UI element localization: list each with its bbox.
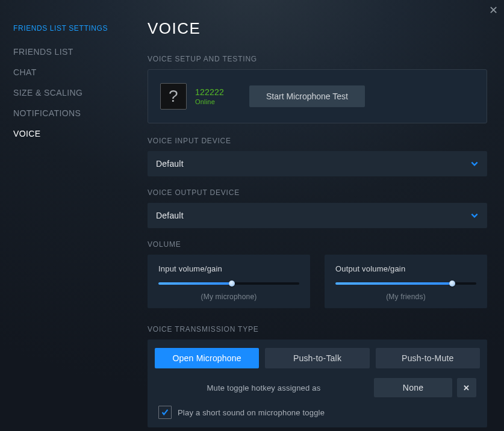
close-icon[interactable]: ✕ <box>489 4 498 17</box>
check-icon <box>161 408 169 417</box>
voice-output-device-value: Default <box>156 211 184 220</box>
voice-input-device-value: Default <box>156 159 184 169</box>
hotkey-label: Mute toggle hotkey assigned as <box>158 383 369 392</box>
output-volume-caption: (My friends) <box>335 293 476 301</box>
section-label-input-device: VOICE INPUT DEVICE <box>148 137 487 145</box>
input-volume-slider[interactable] <box>158 281 299 287</box>
start-mic-test-button[interactable]: Start Microphone Test <box>249 85 365 107</box>
output-volume-card: Output volume/gain (My friends) <box>325 255 487 308</box>
sidebar-item-chat[interactable]: CHAT <box>13 67 129 77</box>
input-volume-caption: (My microphone) <box>158 293 299 301</box>
user-meta: 122222 Online <box>195 87 241 105</box>
avatar: ? <box>160 83 187 110</box>
section-label-volume: VOLUME <box>148 240 487 249</box>
input-volume-card: Input volume/gain (My microphone) <box>148 255 310 308</box>
seg-open-microphone[interactable]: Open Microphone <box>155 348 259 368</box>
play-sound-checkbox[interactable] <box>158 406 172 419</box>
main-panel: VOICE VOICE SETUP AND TESTING ? 122222 O… <box>129 0 504 431</box>
chevron-down-icon <box>470 160 479 168</box>
sidebar-item-friends-list[interactable]: FRIENDS LIST <box>13 47 129 57</box>
section-label-setup: VOICE SETUP AND TESTING <box>148 55 487 63</box>
transmission-card: Open Microphone Push-to-Talk Push-to-Mut… <box>148 340 487 427</box>
hotkey-clear-button[interactable]: ✕ <box>457 378 476 397</box>
section-label-output-device: VOICE OUTPUT DEVICE <box>148 188 487 197</box>
section-label-transmission: VOICE TRANSMISSION TYPE <box>148 325 487 333</box>
chevron-down-icon <box>470 211 479 220</box>
hotkey-value-button[interactable]: None <box>374 378 452 397</box>
page-title: VOICE <box>148 19 487 38</box>
voice-output-device-select[interactable]: Default <box>148 203 487 228</box>
close-icon: ✕ <box>463 383 470 392</box>
voice-input-device-select[interactable]: Default <box>148 151 487 176</box>
input-volume-title: Input volume/gain <box>158 264 299 273</box>
seg-push-to-mute[interactable]: Push-to-Mute <box>376 348 480 368</box>
output-volume-title: Output volume/gain <box>335 264 476 273</box>
user-name: 122222 <box>195 87 241 97</box>
sidebar-item-size-scaling[interactable]: SIZE & SCALING <box>13 88 129 98</box>
sidebar-item-notifications[interactable]: NOTIFICATIONS <box>13 108 129 118</box>
voice-setup-box: ? 122222 Online Start Microphone Test <box>148 69 487 123</box>
sidebar-item-voice[interactable]: VOICE <box>13 129 129 138</box>
user-status: Online <box>195 98 241 105</box>
seg-push-to-talk[interactable]: Push-to-Talk <box>265 348 369 368</box>
sidebar-header: FRIENDS LIST SETTINGS <box>13 24 129 33</box>
output-volume-slider[interactable] <box>335 281 476 287</box>
play-sound-label: Play a short sound on microphone toggle <box>178 408 325 417</box>
sidebar: FRIENDS LIST SETTINGS FRIENDS LIST CHAT … <box>0 0 129 431</box>
